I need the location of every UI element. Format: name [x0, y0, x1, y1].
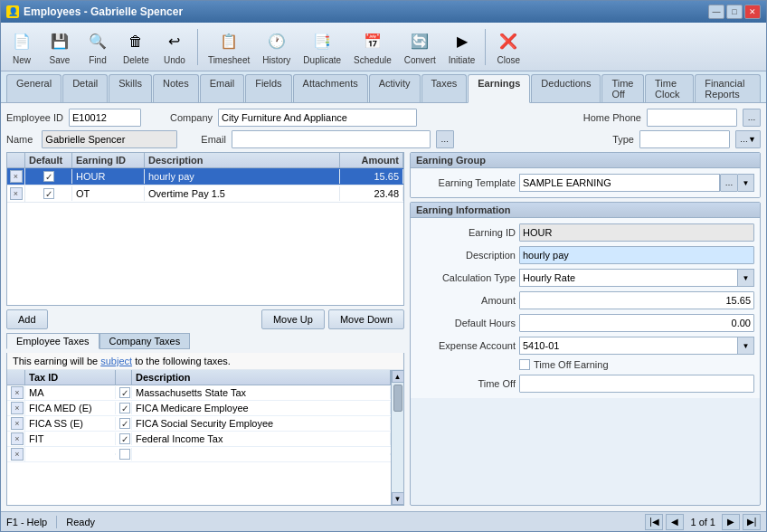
close-window-button[interactable]: ✕ [744, 5, 761, 19]
tax1-id: MA [25, 386, 116, 399]
expense-account-arrow[interactable]: ▼ [738, 337, 754, 355]
tax3-x[interactable]: × [11, 417, 24, 430]
row2-default-checkbox[interactable] [43, 188, 54, 199]
new-label: New [13, 55, 31, 65]
move-up-button[interactable]: Move Up [261, 309, 325, 329]
description-input[interactable] [519, 246, 754, 264]
scroll-thumb[interactable] [393, 385, 402, 412]
timesheet-button[interactable]: 📋 Timesheet [204, 26, 254, 68]
tax4-x[interactable]: × [11, 432, 24, 445]
tab-activity[interactable]: Activity [369, 74, 421, 102]
new-button[interactable]: 📄 New [5, 26, 39, 68]
expense-account-input[interactable] [519, 337, 738, 355]
history-button[interactable]: 🕐 History [258, 26, 295, 68]
employee-id-input[interactable] [69, 109, 141, 127]
tab-earnings[interactable]: Earnings [468, 74, 530, 103]
tax5-x[interactable]: × [11, 448, 24, 461]
tab-financial-reports[interactable]: Financial Reports [695, 74, 761, 102]
tax-info-text: This earning will be subject to the foll… [7, 353, 403, 370]
tax-row-1[interactable]: × MA Massachusetts State Tax [7, 385, 391, 401]
tab-skills[interactable]: Skills [109, 74, 152, 102]
convert-button[interactable]: 🔄 Convert [400, 26, 440, 68]
delete-button[interactable]: 🗑 Delete [118, 26, 154, 68]
time-off-earning-checkbox[interactable] [519, 359, 530, 370]
move-down-button[interactable]: Move Down [328, 309, 404, 329]
tab-detail[interactable]: Detail [62, 74, 108, 102]
tax1-checkbox[interactable] [119, 387, 130, 398]
toolbar-separator-1 [197, 29, 198, 65]
tax3-checkbox[interactable] [119, 418, 130, 429]
time-off-input[interactable] [519, 375, 754, 393]
row1-default-checkbox[interactable] [43, 171, 54, 182]
col-default-header: Default [25, 153, 72, 167]
scroll-up-button[interactable]: ▲ [392, 370, 404, 383]
description-label: Description [416, 250, 516, 261]
tax1-x[interactable]: × [11, 386, 24, 399]
type-input[interactable] [639, 130, 730, 148]
home-phone-dots-button[interactable]: … [743, 109, 761, 127]
time-off-earning-row: Time Off Earning [519, 359, 754, 370]
add-button[interactable]: Add [6, 309, 48, 329]
next-record-button[interactable]: ▶ [722, 514, 740, 530]
tax4-checkbox[interactable] [119, 433, 130, 444]
calc-type-arrow[interactable]: ▼ [738, 269, 754, 287]
find-button[interactable]: 🔍 Find [80, 26, 115, 68]
tab-fields[interactable]: Fields [245, 74, 291, 102]
minimize-button[interactable]: — [708, 5, 724, 19]
save-label: Save [50, 55, 71, 65]
tab-email[interactable]: Email [200, 74, 245, 102]
save-button[interactable]: 💾 Save [43, 26, 77, 68]
name-input[interactable] [42, 130, 177, 148]
email-input[interactable] [232, 130, 431, 148]
prev-record-button[interactable]: ◀ [666, 514, 684, 530]
tab-deductions[interactable]: Deductions [531, 74, 601, 102]
home-phone-label: Home Phone [583, 112, 641, 123]
employee-taxes-tab[interactable]: Employee Taxes [6, 333, 99, 349]
earning-id-input[interactable] [519, 223, 754, 242]
earnings-row-1[interactable]: × HOUR hourly pay 15.65 [7, 168, 403, 185]
initiate-button[interactable]: ▶ Initiate [444, 26, 479, 68]
tax-row-3[interactable]: × FICA SS (E) FICA Social Security Emplo… [7, 416, 391, 432]
duplicate-button[interactable]: 📑 Duplicate [298, 26, 346, 68]
tax-row-5[interactable]: × [7, 447, 391, 462]
tax2-x[interactable]: × [11, 402, 24, 414]
first-record-button[interactable]: |◀ [645, 514, 663, 530]
tab-attachments[interactable]: Attachments [293, 74, 368, 102]
earning-template-input[interactable] [519, 174, 720, 192]
tab-timeclock[interactable]: Time Clock [645, 74, 694, 102]
default-hours-row: Default Hours [416, 314, 754, 332]
company-taxes-tab[interactable]: Company Taxes [99, 333, 191, 349]
tax-row-4[interactable]: × FIT Federal Income Tax [7, 432, 391, 447]
row2-x-button[interactable]: × [10, 187, 23, 200]
tab-notes[interactable]: Notes [153, 74, 199, 102]
tab-taxes[interactable]: Taxes [421, 74, 468, 102]
tax-scrollbar[interactable]: ▲ ▼ [391, 370, 403, 505]
earnings-row-2[interactable]: × OT Overtime Pay 1.5 23.48 [7, 185, 403, 203]
tax2-checkbox[interactable] [119, 403, 130, 413]
tab-general[interactable]: General [6, 74, 62, 102]
type-dropdown-button[interactable]: …▼ [735, 130, 761, 148]
tax-row-2[interactable]: × FICA MED (E) FICA Medicare Employee [7, 401, 391, 416]
home-phone-input[interactable] [647, 109, 737, 127]
schedule-button[interactable]: 📅 Schedule [349, 26, 396, 68]
maximize-button[interactable]: □ [726, 5, 743, 19]
email-dots-button[interactable]: … [436, 130, 454, 148]
amount-input[interactable] [519, 291, 754, 309]
earning-template-dots[interactable]: … [720, 174, 738, 192]
tab-timeoff[interactable]: Time Off [601, 74, 644, 102]
last-record-button[interactable]: ▶| [743, 514, 761, 530]
employee-info-row: Employee ID Company Home Phone … [6, 109, 761, 127]
employee-name-row: Name Email … Type …▼ [6, 130, 761, 148]
calc-type-input[interactable] [519, 269, 738, 287]
convert-label: Convert [404, 55, 436, 65]
schedule-icon: 📅 [360, 29, 385, 54]
company-input[interactable] [218, 109, 417, 127]
scroll-down-button[interactable]: ▼ [392, 492, 404, 505]
tax3-desc: FICA Social Security Employee [132, 417, 391, 430]
tax5-checkbox[interactable] [119, 449, 130, 460]
row1-x-button[interactable]: × [10, 170, 23, 183]
close-button[interactable]: ❌ Close [491, 26, 526, 68]
default-hours-input[interactable] [519, 314, 754, 332]
undo-button[interactable]: ↩ Undo [157, 26, 192, 68]
earning-template-arrow[interactable]: ▼ [738, 174, 754, 192]
